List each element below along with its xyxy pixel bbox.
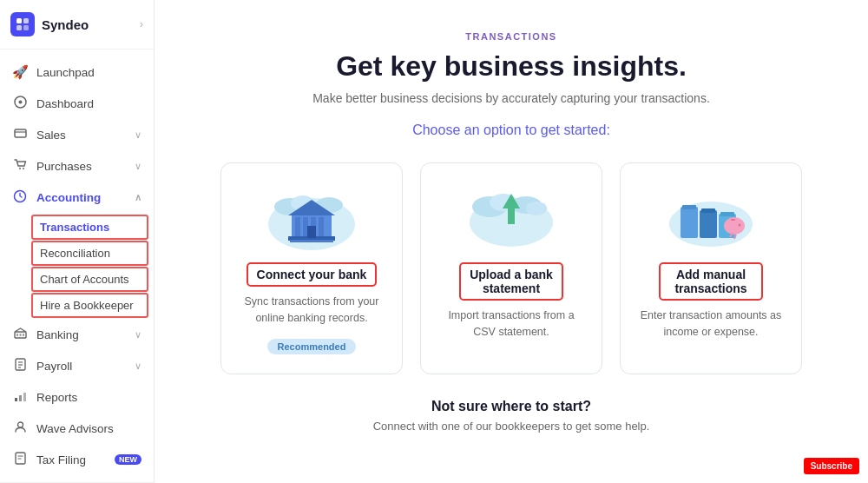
svg-rect-14 xyxy=(23,334,24,336)
sidebar: Syndeo › 🚀 Launchpad Dashboard xyxy=(0,0,155,483)
svg-rect-3 xyxy=(23,25,29,30)
bottom-section: Not sure where to start? Connect with on… xyxy=(373,399,650,433)
brand-name: Syndeo xyxy=(42,17,89,32)
submenu-label: Hire a Bookkeeper xyxy=(40,299,134,312)
svg-rect-47 xyxy=(701,208,715,213)
upload-illustration xyxy=(464,181,559,250)
svg-point-54 xyxy=(739,224,741,227)
svg-rect-2 xyxy=(16,25,22,30)
accounting-icon xyxy=(12,189,28,206)
manual-illustration xyxy=(663,181,759,250)
upload-statement-button[interactable]: Upload a bank statement xyxy=(459,262,563,301)
submenu-label: Transactions xyxy=(40,221,109,234)
sidebar-item-label: Reports xyxy=(36,391,141,404)
svg-rect-32 xyxy=(319,217,324,236)
choose-label: Choose an option to get started: xyxy=(412,122,610,138)
reports-icon xyxy=(12,389,28,405)
svg-rect-13 xyxy=(19,334,21,336)
svg-rect-21 xyxy=(23,393,26,401)
svg-rect-45 xyxy=(682,205,696,209)
svg-rect-55 xyxy=(731,219,735,221)
svg-rect-19 xyxy=(15,398,17,401)
sidebar-item-reports[interactable]: Reports xyxy=(0,381,154,413)
submenu-item-reconciliation[interactable]: Reconciliation xyxy=(31,241,148,266)
upload-statement-desc: Import transactions from a CSV statement… xyxy=(437,308,586,341)
card-manual-transactions[interactable]: Add manual transactions Enter transactio… xyxy=(620,162,802,374)
submenu-label: Reconciliation xyxy=(40,247,110,260)
svg-rect-44 xyxy=(681,207,698,238)
submenu-item-chart-of-accounts[interactable]: Chart of Accounts xyxy=(31,267,148,292)
tax-filing-icon xyxy=(12,452,28,467)
sidebar-item-label: Payroll xyxy=(36,360,126,373)
launchpad-icon: 🚀 xyxy=(12,64,28,80)
accounting-submenu: Transactions Reconciliation Chart of Acc… xyxy=(0,215,154,318)
svg-rect-46 xyxy=(700,210,717,238)
sidebar-item-label: Launchpad xyxy=(36,66,141,79)
sidebar-item-payroll[interactable]: Payroll ∨ xyxy=(0,350,154,381)
purchases-icon xyxy=(12,158,28,174)
sidebar-item-label: Tax Filing xyxy=(36,453,102,466)
card-connect-bank[interactable]: Connect your bank Sync transactions from… xyxy=(220,162,403,374)
youtube-subscribe-button[interactable]: Subscribe xyxy=(804,458,859,474)
payroll-icon xyxy=(12,358,28,374)
main-content: TRANSACTIONS Get key business insights. … xyxy=(155,0,868,483)
sidebar-item-sales[interactable]: Sales ∨ xyxy=(0,119,154,150)
sidebar-collapse-icon[interactable]: › xyxy=(140,18,143,30)
sidebar-item-purchases[interactable]: Purchases ∨ xyxy=(0,150,154,182)
sidebar-item-label: Accounting xyxy=(36,191,126,204)
sidebar-item-wave-advisors[interactable]: Wave Advisors xyxy=(0,413,154,444)
svg-rect-1 xyxy=(23,18,29,23)
svg-rect-36 xyxy=(307,226,316,238)
recommended-badge: Recommended xyxy=(267,339,357,354)
manual-transactions-button[interactable]: Add manual transactions xyxy=(659,262,763,301)
new-badge: NEW xyxy=(115,454,141,465)
submenu-item-transactions[interactable]: Transactions xyxy=(31,215,148,240)
svg-rect-6 xyxy=(15,129,26,137)
sidebar-item-tax-filing[interactable]: Tax Filing NEW xyxy=(0,444,154,475)
main-title: Get key business insights. xyxy=(336,50,687,83)
sidebar-item-launchpad[interactable]: 🚀 Launchpad xyxy=(0,56,154,88)
connect-bank-button[interactable]: Connect your bank xyxy=(247,262,378,287)
svg-point-9 xyxy=(23,168,24,169)
logo-area[interactable]: Syndeo xyxy=(10,12,89,36)
svg-rect-12 xyxy=(16,334,18,336)
sidebar-item-label: Purchases xyxy=(36,160,126,173)
connect-bank-desc: Sync transactions from your online banki… xyxy=(237,294,386,327)
sidebar-item-accounting[interactable]: Accounting ∧ xyxy=(0,182,154,214)
card-upload-statement[interactable]: Upload a bank statement Import transacti… xyxy=(420,162,602,374)
app-logo-icon xyxy=(10,12,35,36)
svg-rect-49 xyxy=(720,212,734,216)
chevron-up-icon: ∧ xyxy=(135,192,141,203)
sidebar-item-label: Banking xyxy=(36,328,126,341)
chevron-down-icon: ∨ xyxy=(135,161,141,172)
chevron-down-icon: ∨ xyxy=(135,329,141,341)
svg-rect-35 xyxy=(290,240,333,242)
svg-rect-29 xyxy=(295,217,300,236)
not-sure-desc: Connect with one of our bookkeepers to g… xyxy=(373,420,650,433)
submenu-label: Chart of Accounts xyxy=(40,273,129,286)
manual-transactions-desc: Enter transaction amounts as income or e… xyxy=(636,308,786,341)
sidebar-item-label: Dashboard xyxy=(36,97,141,110)
sidebar-nav: 🚀 Launchpad Dashboard Sales ∨ xyxy=(0,50,154,482)
chevron-down-icon: ∨ xyxy=(135,129,141,141)
svg-point-5 xyxy=(18,101,22,104)
submenu-item-hire-bookkeeper[interactable]: Hire a Bookkeeper xyxy=(31,293,148,318)
sidebar-item-banking[interactable]: Banking ∨ xyxy=(0,319,154,350)
main-subtitle: Make better business decisions by accura… xyxy=(312,91,710,105)
sidebar-item-dashboard[interactable]: Dashboard xyxy=(0,88,154,119)
svg-point-8 xyxy=(19,168,21,169)
svg-rect-0 xyxy=(16,18,22,23)
svg-rect-20 xyxy=(19,395,22,401)
not-sure-title: Not sure where to start? xyxy=(373,399,650,414)
dashboard-icon xyxy=(12,96,28,111)
svg-point-22 xyxy=(17,422,23,427)
banking-icon xyxy=(12,327,28,342)
chevron-down-icon: ∨ xyxy=(135,361,141,372)
sidebar-item-label: Wave Advisors xyxy=(36,422,141,435)
section-label: TRANSACTIONS xyxy=(465,31,556,42)
sidebar-header: Syndeo › xyxy=(0,0,154,50)
svg-point-41 xyxy=(526,202,547,215)
sales-icon xyxy=(12,127,28,142)
wave-advisors-icon xyxy=(12,420,28,436)
sidebar-item-label: Sales xyxy=(36,129,126,142)
